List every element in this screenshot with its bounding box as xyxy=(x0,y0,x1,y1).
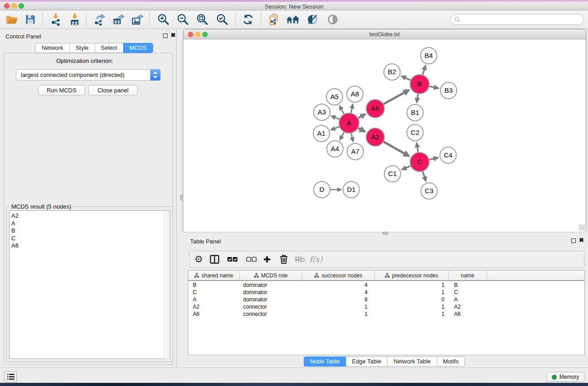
column-settings-gear-icon[interactable]: ⚙ xyxy=(191,251,206,267)
edge-arrowhead xyxy=(421,64,426,71)
float-panel-icon[interactable] xyxy=(571,238,576,243)
network-canvas[interactable]: AA1A2A3A4A5A6A7A8BB1B2B3B4CC1C2C3C4DD1 xyxy=(183,40,586,232)
table-row-C[interactable]: Cdominator41C xyxy=(188,289,584,296)
result-item[interactable]: B xyxy=(11,227,19,235)
save-session-icon[interactable] xyxy=(23,12,38,27)
delete-columns-icon[interactable] xyxy=(276,251,292,267)
tab-network-table[interactable]: Network Table xyxy=(387,357,437,367)
result-list-scrollbar[interactable] xyxy=(164,211,169,359)
tab-select[interactable]: Select xyxy=(95,43,124,53)
deselect-all-checkboxes-icon[interactable] xyxy=(244,251,259,267)
mcds-result-list[interactable]: A2ABCA6 xyxy=(9,210,170,359)
tab-style[interactable]: Style xyxy=(69,43,95,53)
toolbar-separator xyxy=(149,13,150,26)
result-item[interactable]: C xyxy=(11,235,19,243)
close-panel-icon[interactable]: ✖ xyxy=(579,238,584,243)
select-all-checkboxes-icon[interactable] xyxy=(225,251,240,267)
table-panel-tabs: Node TableEdge TableNetwork TableMotifs xyxy=(304,357,465,367)
column-header-MCDS-role[interactable]: MCDS role xyxy=(239,271,302,280)
cell-name: C xyxy=(454,289,458,295)
close-panel-icon[interactable]: ✖ xyxy=(171,33,176,38)
tab-mcds[interactable]: MCDS xyxy=(123,43,153,53)
result-item[interactable]: A xyxy=(11,220,19,228)
search-box[interactable] xyxy=(450,14,584,25)
toolbar-separator xyxy=(42,13,43,26)
result-item[interactable]: A2 xyxy=(11,212,19,220)
float-panel-icon[interactable] xyxy=(163,33,167,38)
table-row-A6[interactable]: A6connector11A6 xyxy=(188,311,584,318)
memory-status-icon xyxy=(552,375,557,380)
edge-arrowhead xyxy=(415,142,420,148)
dropdown-stepper-icon xyxy=(150,69,160,81)
network-window-titlebar[interactable]: testGlobe.txt xyxy=(183,29,586,39)
edge-C-C3[interactable] xyxy=(423,172,425,178)
cell-predecessor-nodes: 0 xyxy=(441,296,445,303)
export-image-icon[interactable] xyxy=(130,12,145,27)
zoom-selected-icon[interactable] xyxy=(215,12,230,27)
task-history-button[interactable] xyxy=(5,372,17,382)
function-builder-icon[interactable]: f(x) xyxy=(308,251,324,267)
search-input[interactable] xyxy=(461,15,578,24)
run-mcds-button[interactable]: Run MCDS xyxy=(38,85,85,95)
show-graphics-details-icon[interactable] xyxy=(325,12,340,27)
export-network-icon[interactable] xyxy=(92,12,107,27)
splitter-handle[interactable] xyxy=(180,195,183,200)
edge-B-B2[interactable] xyxy=(405,78,411,81)
column-header-predecessor-nodes[interactable]: predecessor nodes xyxy=(375,271,449,280)
cell-successor-nodes: 8 xyxy=(364,296,368,303)
cell-MCDS-role: dominator xyxy=(243,282,267,288)
table-panel-title: Table Panel xyxy=(190,238,221,245)
close-panel-button[interactable]: Close panel xyxy=(88,85,138,95)
edge-A2-C[interactable] xyxy=(383,142,405,154)
splitter-handle[interactable] xyxy=(382,232,388,235)
first-neighbors-icon[interactable] xyxy=(285,12,301,27)
result-item[interactable]: A6 xyxy=(11,242,19,250)
memory-button[interactable]: Memory xyxy=(546,372,584,382)
table-row-A2[interactable]: A2connector11A2 xyxy=(188,304,584,311)
zoom-out-icon[interactable] xyxy=(175,12,191,27)
graph-node-label: A xyxy=(347,119,351,127)
export-table-icon[interactable] xyxy=(111,12,126,27)
cell-predecessor-nodes: 1 xyxy=(441,282,445,288)
hide-graphics-details-icon[interactable] xyxy=(305,12,320,27)
open-session-icon[interactable] xyxy=(4,12,19,27)
zoom-in-icon[interactable] xyxy=(156,12,171,27)
edge-arrowhead xyxy=(350,137,355,143)
edge-arrowhead xyxy=(349,103,354,109)
search-icon xyxy=(454,17,459,21)
edge-A6-B[interactable] xyxy=(383,92,405,104)
refresh-icon[interactable] xyxy=(240,12,256,27)
show-columns-icon[interactable] xyxy=(207,251,222,267)
column-header-name[interactable]: name xyxy=(449,271,487,280)
import-network-icon[interactable] xyxy=(48,12,63,27)
control-panel-tabs: NetworkStyleSelectMCDS xyxy=(35,43,153,53)
tab-edge-table[interactable]: Edge Table xyxy=(346,357,388,367)
network-graph[interactable]: AA1A2A3A4A5A6A7A8BB1B2B3B4CC1C2C3C4DD1 xyxy=(183,40,586,232)
cell-successor-nodes: 4 xyxy=(364,282,368,288)
control-panel-title: Control Panel xyxy=(5,33,41,40)
attribute-icon xyxy=(314,273,319,278)
column-header-successor-nodes[interactable]: successor nodes xyxy=(302,271,375,280)
window-resize-grip[interactable] xyxy=(579,224,585,230)
app-titlebar: Session: New Session xyxy=(0,2,588,10)
column-header-label: predecessor nodes xyxy=(392,272,438,279)
edge-arrowhead xyxy=(330,126,336,131)
tab-motifs[interactable]: Motifs xyxy=(437,357,465,367)
add-column-icon[interactable]: ✚ xyxy=(259,251,275,267)
attribute-icon xyxy=(254,273,259,278)
graph-node-label: A7 xyxy=(351,148,359,155)
zoom-fit-icon[interactable] xyxy=(195,12,210,27)
graph-node-label: A1 xyxy=(317,129,325,137)
delete-table-icon[interactable] xyxy=(292,251,308,267)
tab-node-table[interactable]: Node Table xyxy=(304,357,346,367)
criterion-dropdown[interactable]: largest connected component (directed) xyxy=(16,69,161,81)
table-row-A[interactable]: Adominator80A xyxy=(188,296,584,304)
mcds-result-title: MCDS result (5 nodes) xyxy=(10,203,73,210)
table-row-B[interactable]: Bdominator41B xyxy=(188,282,584,289)
graph-node-label: A2 xyxy=(371,133,379,141)
import-table-icon[interactable] xyxy=(67,12,82,27)
tab-network[interactable]: Network xyxy=(35,43,70,53)
new-network-from-selection-icon[interactable] xyxy=(266,12,282,27)
column-header-shared-name[interactable]: shared name xyxy=(188,271,239,280)
cell-name: A xyxy=(454,296,458,303)
